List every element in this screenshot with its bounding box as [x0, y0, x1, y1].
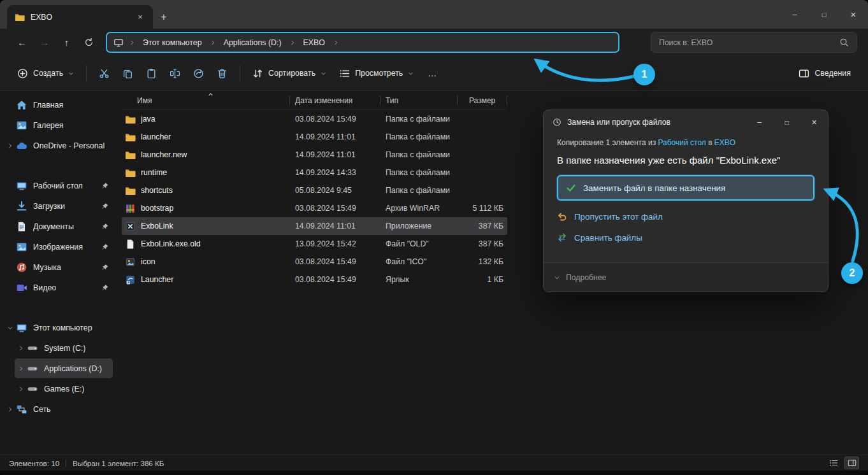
tab-close-icon[interactable]: × [134, 11, 147, 24]
delete-button[interactable] [210, 62, 234, 85]
file-date-cell: 14.09.2024 11:01 [290, 150, 380, 159]
sidebar-item-music[interactable]: Музыка [4, 257, 113, 277]
sidebar-item-home[interactable]: Главная [4, 95, 113, 115]
column-header-type[interactable]: Тип [380, 91, 458, 110]
new-button[interactable]: Создать [11, 62, 80, 85]
chevron-right-icon[interactable] [4, 406, 16, 413]
forward-button[interactable]: → [33, 32, 55, 52]
sidebar-item-drive-c[interactable]: System (C:) [15, 338, 113, 358]
chevron-right-icon[interactable] [15, 345, 27, 351]
sidebar-section-gap [4, 298, 113, 318]
desktop-icon [16, 180, 27, 192]
pin-icon [101, 264, 109, 271]
music-icon [16, 262, 27, 273]
file-row-shortcuts[interactable]: shortcuts 05.08.2024 9:45 Папка с файлам… [122, 181, 507, 199]
compare-files-button[interactable]: Сравнить файлы [557, 232, 814, 243]
file-type-cell: Ярлык [380, 275, 458, 284]
copy-icon [122, 68, 133, 79]
chevron-right-icon [333, 39, 339, 46]
sidebar-item-drive-e[interactable]: Games (E:) [15, 379, 113, 399]
maximize-button[interactable]: □ [809, 0, 839, 29]
file-row-runtime[interactable]: runtime 14.09.2024 14:33 Папка с файлами [122, 164, 507, 181]
cut-button[interactable] [92, 62, 116, 85]
chevron-down-icon[interactable] [4, 325, 16, 331]
file-row-launcher[interactable]: launcher 14.09.2024 11:01 Папка с файлам… [122, 128, 507, 146]
file-type-cell: Папка с файлами [380, 132, 458, 141]
up-button[interactable]: ↑ [55, 32, 78, 52]
file-row-icon[interactable]: icon 03.08.2024 15:49 Файл "ICO" 132 КБ [122, 253, 507, 271]
new-tab-button[interactable]: + [153, 5, 175, 29]
close-button[interactable]: × [839, 0, 868, 29]
file-row-bootstrap[interactable]: bootstrap 03.08.2024 15:49 Архив WinRAR … [122, 199, 507, 217]
file-name-cell: runtime [122, 167, 290, 178]
skip-file-button[interactable]: Пропустить этот файл [557, 211, 814, 222]
this-pc-icon [16, 322, 27, 334]
search-input[interactable]: Поиск в: EXBO [651, 32, 857, 53]
paste-icon [146, 68, 157, 79]
file-row-launcher-new[interactable]: launcher.new 14.09.2024 11:01 Папка с фа… [122, 146, 507, 164]
chevron-right-icon[interactable] [4, 143, 16, 149]
sidebar-item-this-pc[interactable]: Этот компьютер [4, 318, 113, 337]
sidebar-item-desktop[interactable]: Рабочий стол [4, 176, 113, 195]
details-view-toggle[interactable] [844, 457, 859, 469]
sidebar-item-drive-d[interactable]: Applications (D:) [15, 358, 113, 378]
minimize-button[interactable]: – [780, 0, 809, 29]
file-type-cell: Папка с файлами [380, 115, 458, 124]
dialog-close-button[interactable]: × [800, 110, 828, 134]
chevron-right-icon[interactable] [15, 386, 27, 392]
dialog-more-details[interactable]: Подробнее [544, 262, 828, 292]
dialog-title-bar: Замена или пропуск файлов – □ × [544, 110, 828, 134]
sidebar-item-network[interactable]: Сеть [4, 399, 113, 419]
breadcrumb-exbo[interactable]: EXBO [298, 36, 330, 49]
chevron-right-icon[interactable] [15, 365, 27, 372]
back-button[interactable]: ← [11, 32, 33, 52]
file-type-cell: Папка с файлами [380, 150, 458, 159]
file-row-exbolink-exe-old[interactable]: ExboLink.exe.old 13.09.2024 15:42 Файл "… [122, 235, 507, 253]
skip-arrow-icon [557, 211, 567, 222]
network-icon [16, 404, 27, 415]
breadcrumb-this-pc[interactable]: Этот компьютер [138, 36, 207, 49]
column-header-date[interactable]: Дата изменения [290, 91, 380, 110]
see-more-button[interactable]: … [420, 62, 444, 85]
column-header-size[interactable]: Размер [458, 91, 507, 110]
replace-file-button[interactable]: Заменить файл в папке назначения [557, 175, 814, 201]
sidebar-item-gallery[interactable]: Галерея [4, 115, 113, 135]
sidebar-item-documents[interactable]: Документы [4, 216, 113, 236]
sidebar-item-downloads[interactable]: Загрузки [4, 196, 113, 216]
folder-icon [15, 12, 25, 22]
file-row-exbolink[interactable]: ExboLink 14.09.2024 11:01 Приложение 387… [122, 217, 507, 235]
sidebar-item-onedrive[interactable]: OneDrive - Personal [4, 136, 113, 155]
details-pane-button[interactable]: Сведения [792, 62, 857, 85]
status-separator [66, 459, 66, 467]
sidebar-item-videos[interactable]: Видео [4, 278, 113, 297]
file-size-cell: 1 КБ [458, 275, 507, 284]
old-file-icon [125, 239, 136, 250]
refresh-button[interactable] [78, 32, 100, 52]
drive-icon [27, 383, 38, 395]
dialog-maximize-button[interactable]: □ [773, 110, 800, 134]
column-header-name[interactable]: Имя [122, 91, 290, 110]
explorer-tab[interactable]: EXBO × [7, 5, 153, 29]
window-controls: – □ × [780, 0, 868, 29]
file-size-cell: 5 112 КБ [458, 204, 507, 213]
paste-button[interactable] [140, 62, 163, 85]
file-row-launcher-shortcut[interactable]: Launcher 03.08.2024 15:49 Ярлык 1 КБ [122, 271, 507, 288]
list-view-toggle[interactable] [826, 457, 841, 469]
dialog-minimize-button[interactable]: – [746, 110, 773, 134]
breadcrumb-applications-d[interactable]: Applications (D:) [219, 36, 287, 49]
address-bar[interactable]: Этот компьютер Applications (D:) EXBO [106, 32, 619, 53]
pictures-icon [16, 241, 27, 253]
sort-button[interactable]: Сортировать [246, 62, 333, 85]
file-type-cell: Архив WinRAR [380, 204, 458, 213]
destination-folder-link[interactable]: EXBO [714, 138, 735, 147]
file-row-java[interactable]: java 03.08.2024 15:49 Папка с файлами [122, 110, 507, 128]
view-button[interactable]: Просмотреть [333, 62, 420, 85]
source-folder-link[interactable]: Рабочий стол [658, 138, 705, 147]
tab-title: EXBO [31, 13, 52, 22]
sort-ascending-icon [208, 92, 213, 97]
sidebar-item-pictures[interactable]: Изображения [4, 237, 113, 257]
sort-icon [252, 68, 263, 79]
share-button[interactable] [187, 62, 210, 85]
rename-button[interactable] [163, 62, 187, 85]
copy-button[interactable] [116, 62, 140, 85]
